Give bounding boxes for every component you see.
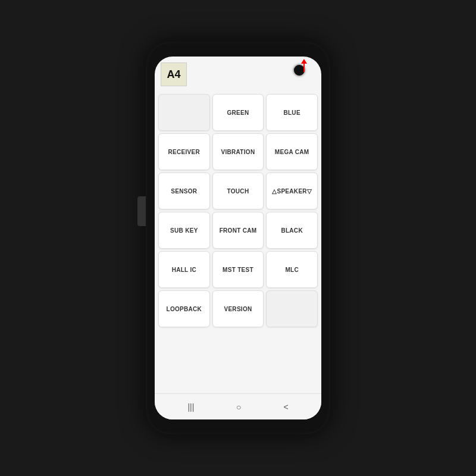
test-menu-grid: GREENBLUERECEIVERVIBRATIONMEGA CAMSENSOR… bbox=[158, 94, 318, 327]
arrow-head bbox=[301, 59, 307, 64]
side-tab bbox=[137, 196, 146, 226]
cell-blue[interactable]: BLUE bbox=[266, 94, 318, 131]
cell-black[interactable]: BLACK bbox=[266, 212, 318, 249]
cell-front-cam[interactable]: FRONT CAM bbox=[212, 212, 264, 249]
label-sticker: A4 bbox=[161, 62, 187, 86]
cell-mega-cam[interactable]: MEGA CAM bbox=[266, 133, 318, 170]
recent-apps-icon[interactable]: ||| bbox=[187, 402, 194, 412]
cell-speaker[interactable]: △SPEAKER▽ bbox=[266, 173, 318, 209]
red-arrow-annotation bbox=[301, 59, 307, 72]
phone-device: A4 GREENBLUERECEIVERVIBRATIONMEGA CAMSEN… bbox=[146, 42, 330, 434]
cell-sensor[interactable]: SENSOR bbox=[158, 173, 210, 209]
back-icon[interactable]: < bbox=[283, 402, 288, 412]
cell-empty2 bbox=[266, 290, 318, 327]
cell-receiver[interactable]: RECEIVER bbox=[158, 133, 210, 170]
phone-screen: A4 GREENBLUERECEIVERVIBRATIONMEGA CAMSEN… bbox=[155, 57, 321, 419]
cell-vibration[interactable]: VIBRATION bbox=[212, 133, 264, 170]
cell-empty1 bbox=[158, 94, 210, 131]
cell-touch[interactable]: TOUCH bbox=[212, 173, 264, 209]
cell-sub-key[interactable]: SUB KEY bbox=[158, 212, 210, 249]
home-icon[interactable]: ○ bbox=[236, 402, 241, 412]
cell-mst-test[interactable]: MST TEST bbox=[212, 251, 264, 288]
cell-version[interactable]: VERSION bbox=[212, 290, 264, 327]
cell-loopback[interactable]: LOOPBACK bbox=[158, 290, 210, 327]
cell-hall-ic[interactable]: HALL IC bbox=[158, 251, 210, 288]
test-menu-grid-area: GREENBLUERECEIVERVIBRATIONMEGA CAMSENSOR… bbox=[155, 89, 321, 393]
navigation-bar: ||| ○ < bbox=[155, 393, 321, 419]
cell-green[interactable]: GREEN bbox=[212, 94, 264, 131]
cell-mlc[interactable]: MLC bbox=[266, 251, 318, 288]
arrow-line bbox=[303, 64, 305, 72]
